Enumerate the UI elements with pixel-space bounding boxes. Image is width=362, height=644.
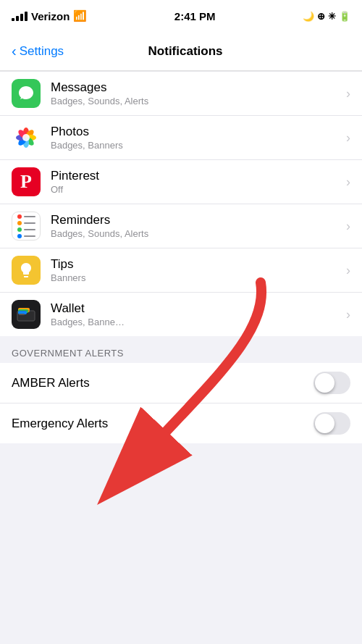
chevron-icon: › bbox=[346, 307, 350, 322]
status-left: Verizon 📶 bbox=[12, 9, 87, 22]
tips-name: Tips bbox=[51, 257, 346, 272]
reminders-icon bbox=[12, 212, 41, 241]
nav-bar: ‹ Settings Notifications bbox=[0, 32, 362, 71]
chevron-icon: › bbox=[346, 175, 350, 190]
amber-alerts-toggle[interactable] bbox=[313, 372, 350, 394]
pinterest-sub: Off bbox=[51, 184, 346, 195]
location-icon: ⊕ bbox=[317, 11, 325, 22]
photos-icon bbox=[12, 123, 41, 152]
photos-info: Photos Badges, Banners bbox=[51, 125, 346, 151]
status-bar: Verizon 📶 2:41 PM 🌙 ⊕ ✳ 🔋 bbox=[0, 0, 362, 32]
photos-sub: Badges, Banners bbox=[51, 140, 346, 151]
section-separator bbox=[0, 336, 362, 342]
messages-sub: Badges, Sounds, Alerts bbox=[51, 96, 346, 106]
wallet-sub: Badges, Banne… bbox=[51, 317, 346, 327]
back-chevron-icon: ‹ bbox=[12, 43, 17, 59]
pinterest-name: Pinterest bbox=[51, 169, 346, 183]
amber-alerts-label: AMBER Alerts bbox=[12, 376, 313, 390]
back-button[interactable]: ‹ Settings bbox=[12, 43, 64, 59]
status-time: 2:41 PM bbox=[174, 10, 216, 22]
back-label: Settings bbox=[20, 44, 64, 59]
bluetooth-icon: ✳ bbox=[328, 11, 336, 22]
chevron-icon: › bbox=[346, 263, 350, 278]
app-list-section: Messages Badges, Sounds, Alerts › Photos… bbox=[0, 71, 362, 336]
list-item[interactable]: Wallet Badges, Banne… › bbox=[0, 293, 362, 336]
pinterest-icon: P bbox=[12, 167, 41, 196]
wallet-icon bbox=[12, 300, 41, 329]
reminders-icon-inner bbox=[14, 212, 38, 241]
amber-alerts-item[interactable]: AMBER Alerts bbox=[0, 363, 362, 403]
page-title: Notifications bbox=[64, 44, 307, 59]
wifi-icon: 📶 bbox=[73, 9, 87, 22]
reminders-name: Reminders bbox=[51, 213, 346, 227]
pinterest-info: Pinterest Off bbox=[51, 169, 346, 195]
messages-name: Messages bbox=[51, 80, 346, 95]
chevron-icon: › bbox=[346, 86, 350, 101]
wallet-name: Wallet bbox=[51, 301, 346, 316]
reminders-info: Reminders Badges, Sounds, Alerts bbox=[51, 213, 346, 239]
list-item[interactable]: Reminders Badges, Sounds, Alerts › bbox=[0, 204, 362, 248]
chevron-icon: › bbox=[346, 219, 350, 234]
gov-alerts-header: GOVERNMENT ALERTS bbox=[0, 342, 362, 363]
emergency-alerts-label: Emergency Alerts bbox=[12, 417, 313, 431]
list-item[interactable]: Photos Badges, Banners › bbox=[0, 116, 362, 160]
tips-sub: Banners bbox=[51, 272, 346, 283]
status-right: 🌙 ⊕ ✳ 🔋 bbox=[303, 11, 350, 22]
svg-point-8 bbox=[22, 134, 30, 141]
moon-icon: 🌙 bbox=[303, 11, 314, 22]
photos-name: Photos bbox=[51, 125, 346, 139]
wallet-info: Wallet Badges, Banne… bbox=[51, 301, 346, 327]
emergency-alerts-toggle[interactable] bbox=[313, 412, 350, 435]
messages-icon bbox=[12, 79, 41, 108]
gov-alerts-section: AMBER Alerts Emergency Alerts bbox=[0, 363, 362, 443]
list-item[interactable]: Tips Banners › bbox=[0, 248, 362, 293]
chevron-icon: › bbox=[346, 130, 350, 146]
reminders-sub: Badges, Sounds, Alerts bbox=[51, 228, 346, 239]
svg-rect-14 bbox=[19, 314, 25, 315]
carrier-label: Verizon bbox=[31, 10, 70, 22]
signal-bars bbox=[12, 12, 28, 21]
list-item[interactable]: P Pinterest Off › bbox=[0, 160, 362, 204]
emergency-alerts-item[interactable]: Emergency Alerts bbox=[0, 403, 362, 443]
tips-icon bbox=[12, 256, 41, 285]
battery-icon: 🔋 bbox=[339, 11, 350, 22]
messages-info: Messages Badges, Sounds, Alerts bbox=[51, 80, 346, 106]
tips-info: Tips Banners bbox=[51, 257, 346, 283]
list-item[interactable]: Messages Badges, Sounds, Alerts › bbox=[0, 71, 362, 116]
